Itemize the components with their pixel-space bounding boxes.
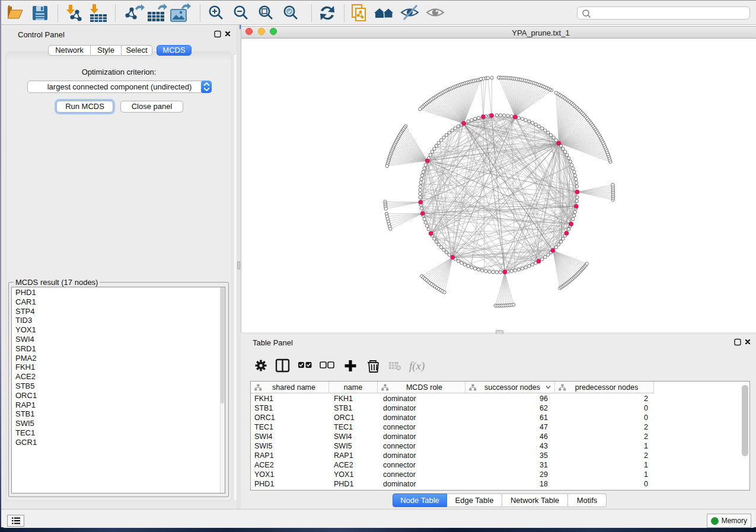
svg-text:f(x): f(x) (409, 360, 425, 373)
